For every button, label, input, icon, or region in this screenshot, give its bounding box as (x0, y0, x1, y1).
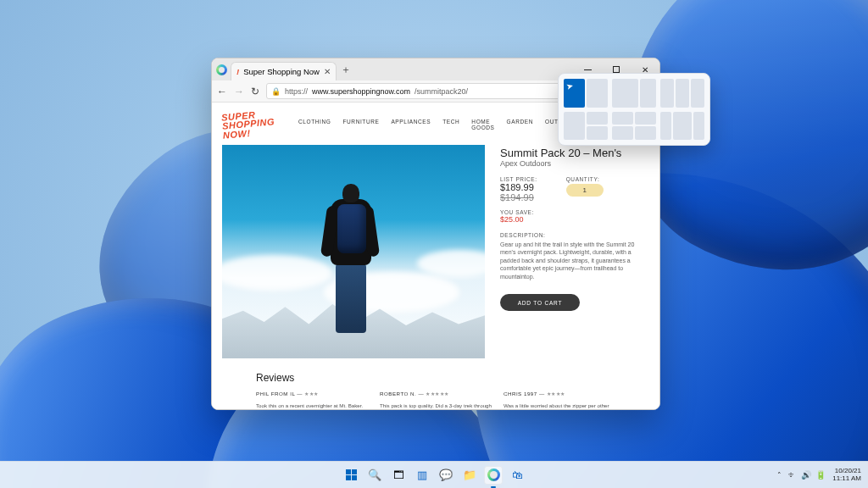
review-body: Was a little worried about the zipper pe… (504, 402, 615, 409)
cursor-icon: ➤ (565, 80, 575, 92)
new-tab-button[interactable]: ＋ (337, 58, 355, 80)
site-logo[interactable]: SUPER SHOPPING NOW! (221, 109, 276, 141)
browser-tab-active[interactable]: ! Super Shopping Now ✕ (231, 62, 337, 80)
edge-app-icon (212, 58, 231, 80)
star-rating-icon: ★★★★★ (426, 391, 449, 396)
battery-icon: 🔋 (815, 470, 826, 480)
snap-layout-option[interactable] (660, 112, 704, 141)
description-label: DESCRIPTION: (500, 232, 649, 238)
product-details: Summit Pack 20 – Men's Apex Outdoors LIS… (500, 145, 649, 358)
tray-chevron-icon[interactable]: ˄ (777, 471, 782, 480)
star-rating-icon: ★★★ (304, 391, 319, 396)
nav-item[interactable]: CLOTHING (298, 119, 331, 130)
product-description: Gear up and hit the trail in style with … (500, 241, 649, 280)
add-to-cart-button[interactable]: ADD TO CART (500, 294, 580, 311)
review-item: PHIL FROM IL — ★★★ Took this on a recent… (256, 391, 368, 409)
reviews-list: PHIL FROM IL — ★★★ Took this on a recent… (222, 391, 649, 409)
product-title: Summit Pack 20 – Men's (500, 147, 649, 159)
page-content: SUPER SHOPPING NOW! CLOTHING FURNITURE A… (212, 103, 659, 409)
product-brand: Apex Outdoors (500, 159, 649, 168)
store-icon[interactable]: 🛍 (508, 466, 526, 485)
volume-icon: 🔊 (801, 470, 811, 480)
snap-zone-selected: ➤ (564, 79, 585, 108)
snap-layout-option[interactable] (612, 79, 656, 108)
review-body: Took this on a recent overnighter at Mt.… (256, 402, 368, 409)
taskbar-search-icon[interactable]: 🔍 (365, 466, 384, 485)
wifi-icon: ᯤ (788, 470, 797, 480)
nav-forward-button[interactable]: → (234, 86, 244, 97)
widgets-icon[interactable]: ▥ (413, 466, 431, 485)
system-tray[interactable]: ᯤ 🔊 🔋 (788, 470, 826, 480)
edge-taskbar-icon[interactable] (484, 466, 503, 485)
tab-close-icon[interactable]: ✕ (324, 67, 331, 76)
taskbar: 🔍 🗔 ▥ 💬 📁 🛍 ˄ ᯤ 🔊 🔋 10/20/21 11:11 AM (0, 461, 868, 488)
reviews-heading: Reviews (256, 372, 649, 384)
start-button[interactable] (342, 466, 360, 485)
site-main-nav: CLOTHING FURNITURE APPLIANCES TECH HOME … (298, 119, 576, 130)
file-explorer-icon[interactable]: 📁 (460, 466, 479, 485)
nav-item[interactable]: FURNITURE (342, 119, 379, 130)
you-save-amount: $25.00 (500, 215, 649, 224)
chat-icon[interactable]: 💬 (437, 466, 455, 485)
nav-back-button[interactable]: ← (217, 86, 227, 97)
product-hero-image (222, 145, 485, 358)
tab-favicon: ! (236, 67, 239, 76)
nav-item[interactable]: TECH (442, 119, 459, 130)
quantity-stepper[interactable]: 1 (566, 184, 604, 197)
star-rating-icon: ★★★★ (547, 391, 565, 396)
task-view-icon[interactable]: 🗔 (389, 466, 408, 485)
url-scheme: https:// (285, 87, 308, 96)
nav-refresh-button[interactable]: ↻ (251, 86, 259, 97)
review-item: ROBERTO N. — ★★★★★ This pack is top qual… (380, 391, 492, 409)
snap-layout-option[interactable] (564, 112, 608, 141)
snap-layouts-flyout: ➤ (558, 73, 710, 146)
list-price-label: LIST PRICE: (500, 176, 537, 182)
url-host: www.supershoppingnow.com (312, 87, 410, 96)
review-item: CHRIS 1997 — ★★★★ Was a little worried a… (504, 391, 615, 409)
nav-item[interactable]: GARDEN (507, 119, 533, 130)
nav-item[interactable]: HOME GOODS (471, 119, 494, 130)
snap-layout-option[interactable]: ➤ (564, 79, 608, 108)
product-price: $189.99 (500, 182, 537, 192)
url-path: /summitpack20/ (415, 87, 468, 96)
review-body: This pack is top quality. Did a 3-day tr… (380, 402, 492, 409)
tab-title: Super Shopping Now (243, 67, 320, 76)
you-save-label: YOU SAVE: (500, 209, 649, 215)
taskbar-clock[interactable]: 10/20/21 11:11 AM (832, 468, 861, 482)
snap-layout-option[interactable] (612, 112, 656, 141)
snap-layout-option[interactable] (660, 79, 704, 108)
lock-icon: 🔒 (271, 87, 281, 96)
nav-item[interactable]: APPLIANCES (391, 119, 431, 130)
quantity-label: QUANTITY: (566, 176, 604, 182)
product-original-price: $194.99 (500, 192, 537, 202)
